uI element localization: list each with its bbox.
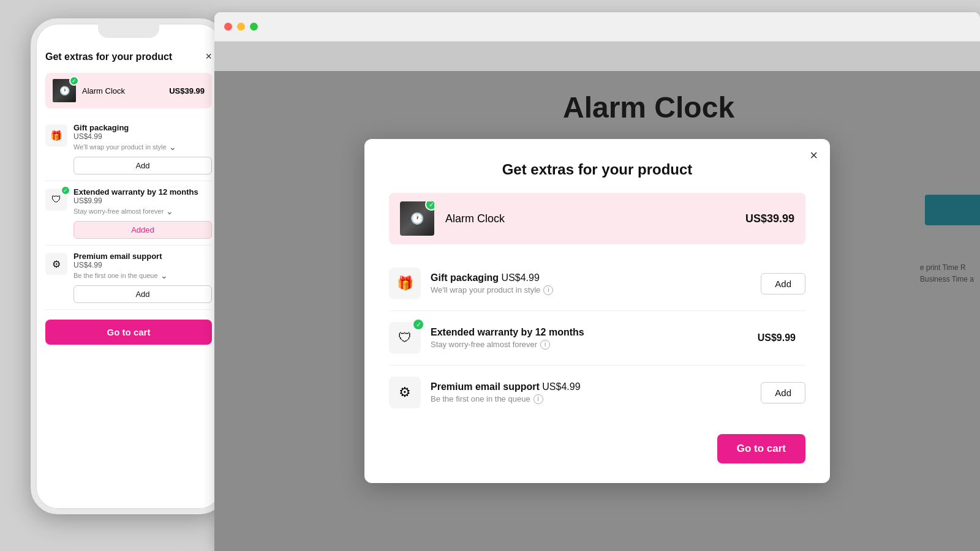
phone-add-button-gift[interactable]: Add — [74, 157, 212, 174]
extra-title-support: Premium email support US$4.99 — [431, 381, 761, 392]
go-to-cart-button[interactable]: Go to cart — [717, 434, 805, 463]
info-icon-gift[interactable]: i — [543, 285, 553, 295]
phone-extra-item-support: ⚙ Premium email support US$4.99 Be the f… — [45, 246, 212, 310]
phone-product-price: US$39.99 — [169, 86, 205, 96]
modal-product-price: US$39.99 — [745, 212, 794, 225]
phone-extra-title-gift: Gift packaging — [74, 123, 212, 132]
modal-close-button[interactable]: × — [810, 149, 818, 162]
warranty-check-badge: ✓ — [412, 318, 424, 331]
phone-notch — [98, 23, 159, 38]
phone-extra-title-warranty: Extended warranty by 12 months — [74, 187, 212, 197]
gear-icon: ⚙ — [389, 377, 421, 408]
extra-info-gift: Gift packaging US$4.99 We'll wrap your p… — [431, 272, 761, 295]
phone-gift-icon: 🎁 — [45, 124, 67, 146]
extra-desc-support: Be the first one in the queue i — [431, 394, 761, 404]
add-button-gift[interactable]: Add — [761, 273, 805, 294]
phone-chevron-down-icon-3: ⌄ — [160, 271, 168, 280]
phone-mockup: Get extras for your product × 🕐 ✓ Alarm … — [31, 18, 227, 514]
info-icon-warranty[interactable]: i — [540, 340, 550, 350]
phone-modal-title: Get extras for your product — [45, 51, 172, 62]
extra-price-warranty: US$9.99 — [758, 332, 796, 343]
phone-go-to-cart-button[interactable]: Go to cart — [45, 320, 212, 345]
traffic-light-green[interactable] — [250, 23, 258, 31]
phone-extra-info-support: Premium email support US$4.99 Be the fir… — [74, 252, 212, 303]
browser-window: Alarm Clock e print Time RBusiness Time … — [214, 12, 980, 551]
phone-shield-icon: 🛡 ✓ — [45, 189, 67, 211]
modal-product-image: 🕐 ✓ — [400, 201, 434, 236]
traffic-light-red[interactable] — [224, 23, 232, 31]
phone-content: Get extras for your product × 🕐 ✓ Alarm … — [36, 23, 222, 509]
modal-product-name: Alarm Clock — [445, 212, 745, 225]
modal-title: Get extras for your product — [389, 161, 805, 178]
phone-extra-desc-support: Be the first one in the queue ⌄ — [74, 271, 212, 280]
browser-toolbar — [214, 12, 980, 42]
modal-dialog: × Get extras for your product 🕐 ✓ Alarm … — [364, 139, 830, 483]
modal-footer: Go to cart — [389, 434, 805, 463]
extra-price-inline-gift: US$4.99 — [502, 272, 540, 283]
extra-info-warranty: Extended warranty by 12 months Stay worr… — [431, 327, 758, 350]
phone-product-name: Alarm Clock — [82, 86, 169, 96]
gift-icon: 🎁 — [389, 268, 421, 299]
add-button-support[interactable]: Add — [761, 382, 805, 403]
extra-item-support: ⚙ Premium email support US$4.99 Be the f… — [389, 365, 805, 419]
phone-product-row: 🕐 ✓ Alarm Clock US$39.99 — [45, 73, 212, 108]
extra-info-support: Premium email support US$4.99 Be the fir… — [431, 381, 761, 404]
phone-added-button-warranty[interactable]: Added — [74, 221, 212, 239]
phone-extra-info-gift: Gift packaging US$4.99 We'll wrap your p… — [74, 123, 212, 174]
shield-icon: 🛡 ✓ — [389, 322, 421, 354]
phone-extra-price-support: US$4.99 — [74, 261, 212, 269]
phone-extra-price-gift: US$4.99 — [74, 132, 212, 141]
phone-chevron-down-icon: ⌄ — [169, 142, 176, 152]
phone-gear-icon: ⚙ — [45, 253, 67, 275]
phone-product-image: 🕐 ✓ — [53, 79, 76, 102]
phone-product-check-badge: ✓ — [69, 76, 79, 86]
phone-extra-price-warranty: US$9.99 — [74, 197, 212, 205]
extra-desc-warranty: Stay worry-free almost forever i — [431, 340, 758, 350]
extra-price-inline-support: US$4.99 — [542, 381, 580, 392]
info-icon-support[interactable]: i — [533, 394, 543, 404]
phone-extra-desc-gift: We'll wrap your product in style ⌄ — [74, 142, 212, 152]
phone-chevron-down-icon-2: ⌄ — [166, 206, 173, 216]
phone-close-button[interactable]: × — [205, 50, 212, 63]
extra-item-warranty: 🛡 ✓ Extended warranty by 12 months Stay … — [389, 311, 805, 365]
traffic-light-yellow[interactable] — [237, 23, 245, 31]
phone-extra-item-gift-packaging: 🎁 Gift packaging US$4.99 We'll wrap your… — [45, 117, 212, 181]
extra-title-gift: Gift packaging US$4.99 — [431, 272, 761, 283]
phone-extra-item-warranty: 🛡 ✓ Extended warranty by 12 months US$9.… — [45, 181, 212, 246]
phone-warranty-check-badge: ✓ — [61, 186, 70, 195]
extra-title-warranty: Extended warranty by 12 months — [431, 327, 758, 338]
phone-extra-desc-warranty: Stay worry-free almost forever ⌄ — [74, 206, 212, 216]
extras-list: 🎁 Gift packaging US$4.99 We'll wrap your… — [389, 257, 805, 419]
phone-modal-header: Get extras for your product × — [45, 45, 212, 63]
extra-desc-gift: We'll wrap your product in style i — [431, 285, 761, 295]
modal-product-row: 🕐 ✓ Alarm Clock US$39.99 — [389, 193, 805, 244]
phone-add-button-support[interactable]: Add — [74, 285, 212, 303]
extra-item-gift-packaging: 🎁 Gift packaging US$4.99 We'll wrap your… — [389, 257, 805, 311]
phone-extra-info-warranty: Extended warranty by 12 months US$9.99 S… — [74, 187, 212, 239]
phone-extra-title-support: Premium email support — [74, 252, 212, 261]
modal-overlay: × Get extras for your product 🕐 ✓ Alarm … — [214, 71, 980, 551]
browser-content: Alarm Clock e print Time RBusiness Time … — [214, 42, 980, 551]
